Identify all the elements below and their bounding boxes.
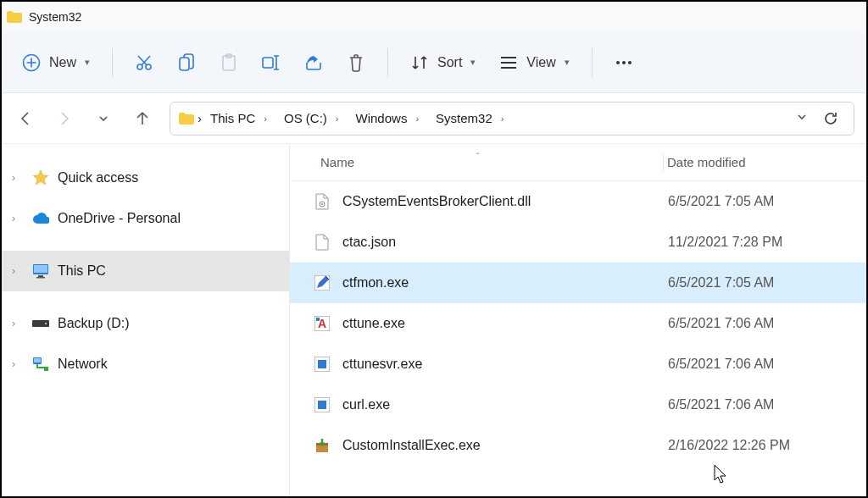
file-name: CustomInstallExec.exe: [342, 438, 665, 453]
svg-rect-28: [318, 401, 326, 409]
file-icon: A: [314, 315, 331, 332]
svg-rect-6: [263, 58, 273, 68]
chevron-right-icon[interactable]: ›: [12, 318, 24, 329]
sort-button[interactable]: Sort ▾: [400, 45, 486, 80]
clipboard-icon: [220, 53, 238, 72]
svg-rect-26: [318, 360, 326, 368]
sidebar-item-label: OneDrive - Personal: [58, 211, 181, 226]
chevron-right-icon[interactable]: ›: [12, 172, 24, 184]
view-icon: [499, 53, 518, 72]
sidebar-item[interactable]: › OneDrive - Personal: [2, 198, 289, 239]
file-row[interactable]: CustomInstallExec.exe 2/16/2022 12:26 PM: [290, 425, 866, 466]
column-name[interactable]: ˆ Name: [290, 155, 663, 169]
copy-button[interactable]: [167, 45, 206, 80]
share-button[interactable]: [294, 45, 333, 80]
svg-rect-12: [38, 275, 43, 277]
breadcrumb-segment[interactable]: Windows›: [348, 106, 428, 130]
sidebar-item[interactable]: › This PC: [2, 251, 289, 291]
navigation-row: › This PC›OS (C:)›Windows›System32›: [2, 93, 866, 144]
network-icon: [32, 356, 49, 373]
copy-icon: [177, 53, 196, 72]
trash-icon: [347, 53, 365, 72]
svg-point-9: [628, 61, 632, 64]
file-date: 6/5/2021 7:05 AM: [665, 275, 774, 290]
delete-button[interactable]: [337, 45, 376, 80]
file-name: ctfmon.exe: [342, 275, 665, 290]
svg-rect-3: [180, 58, 189, 70]
file-name: cttune.exe: [342, 316, 665, 331]
toolbar: New ▾: [2, 32, 866, 93]
sidebar-item[interactable]: › Quick access: [2, 158, 289, 198]
sidebar-item[interactable]: › Network: [2, 344, 289, 385]
address-bar[interactable]: › This PC›OS (C:)›Windows›System32›: [170, 102, 854, 136]
file-icon: [314, 274, 331, 291]
sidebar-item-label: Network: [58, 357, 108, 372]
svg-rect-24: [316, 318, 320, 321]
file-date: 6/5/2021 7:05 AM: [665, 194, 774, 209]
file-icon: [314, 234, 331, 251]
refresh-button[interactable]: [823, 111, 838, 126]
address-dropdown[interactable]: [796, 111, 808, 126]
forward-button[interactable]: [53, 107, 76, 130]
cloud-icon: [32, 210, 49, 227]
chevron-right-icon[interactable]: ›: [12, 358, 24, 370]
back-button[interactable]: [14, 107, 37, 130]
sort-icon: [410, 53, 429, 72]
share-icon: [304, 53, 323, 72]
breadcrumb-segment[interactable]: This PC›: [202, 106, 275, 130]
svg-rect-13: [36, 277, 45, 279]
rename-icon: [262, 53, 281, 72]
file-date: 6/5/2021 7:06 AM: [665, 316, 774, 331]
file-list[interactable]: CSystemEventsBrokerClient.dll 6/5/2021 7…: [290, 181, 866, 496]
chevron-down-icon: ▾: [85, 57, 90, 68]
rename-button[interactable]: [252, 45, 291, 80]
file-name: CSystemEventsBrokerClient.dll: [342, 194, 665, 209]
file-icon: [314, 356, 331, 373]
scissors-icon: [135, 53, 153, 72]
chevron-down-icon: ▾: [470, 57, 476, 68]
up-button[interactable]: [131, 107, 154, 130]
chevron-right-icon[interactable]: ›: [12, 265, 24, 277]
chevron-right-icon[interactable]: ›: [12, 213, 24, 224]
svg-point-15: [45, 323, 47, 324]
file-icon: [314, 437, 331, 454]
svg-rect-17: [34, 358, 41, 362]
dots-icon: [615, 53, 633, 72]
more-button[interactable]: [604, 45, 643, 80]
column-headers: ˆ Name Date modified: [290, 144, 866, 181]
chevron-down-icon: ▾: [565, 57, 570, 68]
folder-icon: [7, 11, 22, 23]
star-icon: [32, 169, 49, 186]
plus-circle-icon: [22, 53, 41, 72]
recent-dropdown[interactable]: [92, 107, 115, 130]
sidebar-item[interactable]: › Backup (D:): [2, 303, 289, 344]
file-name: curl.exe: [342, 397, 665, 412]
sort-indicator-icon: ˆ: [476, 152, 479, 162]
file-date: 11/2/2021 7:28 PM: [665, 235, 782, 250]
breadcrumb-segment[interactable]: System32›: [427, 106, 512, 130]
svg-rect-18: [44, 367, 48, 371]
svg-point-8: [622, 61, 626, 64]
svg-point-20: [321, 203, 323, 205]
body: › Quick access› OneDrive - Personal› Thi…: [2, 144, 866, 496]
file-row[interactable]: curl.exe 6/5/2021 7:06 AM: [290, 385, 866, 425]
sidebar-item-label: Backup (D:): [58, 316, 129, 331]
navigation-pane[interactable]: › Quick access› OneDrive - Personal› Thi…: [2, 144, 290, 496]
file-row[interactable]: A cttune.exe 6/5/2021 7:06 AM: [290, 303, 866, 344]
file-date: 2/16/2022 12:26 PM: [665, 438, 790, 453]
file-row[interactable]: CSystemEventsBrokerClient.dll 6/5/2021 7…: [290, 181, 866, 222]
view-button[interactable]: View ▾: [489, 45, 579, 80]
paste-button[interactable]: [209, 45, 248, 80]
folder-icon: [179, 113, 194, 125]
column-date-modified[interactable]: Date modified: [664, 155, 866, 169]
cut-button[interactable]: [125, 45, 164, 80]
new-button[interactable]: New ▾: [12, 45, 100, 80]
file-icon: [314, 193, 331, 210]
file-row[interactable]: cttunesvr.exe 6/5/2021 7:06 AM: [290, 344, 866, 385]
breadcrumb-segment[interactable]: OS (C:)›: [275, 106, 348, 130]
window-title: System32: [29, 10, 81, 24]
titlebar: System32: [2, 2, 866, 32]
explorer-window: System32 New ▾: [2, 2, 866, 496]
file-row[interactable]: ctfmon.exe 6/5/2021 7:05 AM: [290, 263, 866, 303]
file-row[interactable]: ctac.json 11/2/2021 7:28 PM: [290, 222, 866, 263]
